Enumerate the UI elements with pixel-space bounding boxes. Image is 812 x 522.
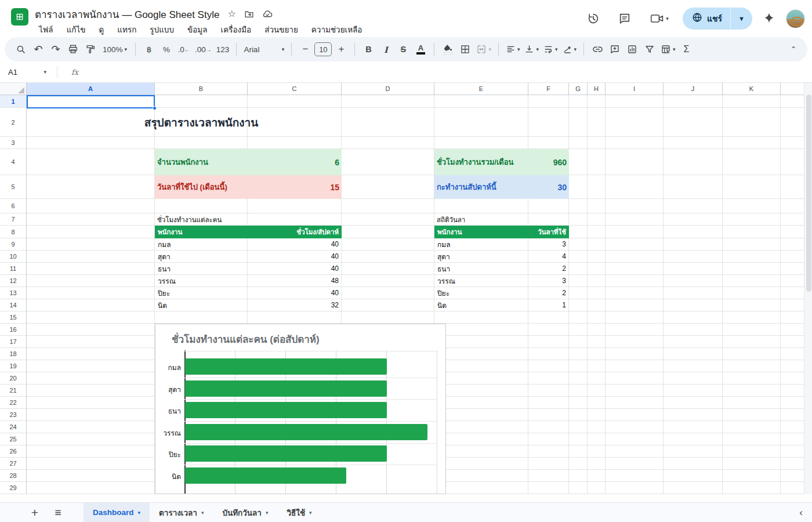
meet-video-icon[interactable]: ▾ xyxy=(644,7,675,30)
hours-row-value[interactable]: 48 xyxy=(248,275,342,287)
insert-chart-icon[interactable] xyxy=(624,41,640,57)
menu-extensions[interactable]: ส่วนขยาย xyxy=(260,22,302,37)
leave-table-body[interactable]: กมล3 สุดา4 ธนา2 วรรณ3 ปิยะ2 นิด1 xyxy=(434,238,569,311)
leave-header-employee[interactable]: พนักงาน xyxy=(434,226,528,238)
tab-caret-icon[interactable]: ▾ xyxy=(309,510,312,516)
row-header-5[interactable]: 5 xyxy=(0,175,27,199)
percent-format-button[interactable]: % xyxy=(158,41,175,57)
tab-timetable[interactable]: ตารางเวลา▾ xyxy=(150,503,213,522)
hours-table-body[interactable]: กมล40 สุดา40 ธนา40 วรรณ48 ปิยะ40 นิด32 xyxy=(155,238,342,311)
row-header-9[interactable]: 9 xyxy=(0,238,27,251)
menu-insert[interactable]: แทรก xyxy=(113,22,140,37)
hours-row-name[interactable]: สุดา xyxy=(155,251,248,263)
zoom-select[interactable]: 100%▾ xyxy=(101,41,129,57)
row-header-13[interactable]: 13 xyxy=(0,287,27,299)
tab-leave-log[interactable]: บันทึกวันลา▾ xyxy=(213,503,277,522)
side-panel-collapse-icon[interactable]: ‹ xyxy=(790,503,812,522)
card-total-hours-value[interactable]: 960 xyxy=(528,149,569,175)
star-icon[interactable]: ☆ xyxy=(227,9,235,19)
menu-format[interactable]: รูปแบบ xyxy=(146,22,178,37)
tab-howto[interactable]: วิธีใช้▾ xyxy=(277,503,321,522)
gemini-spark-icon[interactable] xyxy=(760,7,778,30)
functions-button[interactable]: Σ xyxy=(679,41,695,57)
leave-row-value[interactable]: 2 xyxy=(528,287,569,299)
row-header-7[interactable]: 7 xyxy=(0,213,27,226)
search-icon[interactable] xyxy=(13,41,29,57)
menu-data[interactable]: ข้อมูล xyxy=(183,22,212,37)
row-header-11[interactable]: 11 xyxy=(0,263,27,275)
merge-cells-button[interactable]: ▾ xyxy=(474,41,493,57)
hours-row-value[interactable]: 40 xyxy=(248,251,342,263)
leave-row-name[interactable]: นิด xyxy=(434,299,528,311)
redo-icon[interactable]: ↷ xyxy=(48,41,64,57)
column-header-D[interactable]: D xyxy=(342,83,434,95)
increase-decimal-button[interactable]: .00→ xyxy=(193,41,213,57)
row-header-10[interactable]: 10 xyxy=(0,251,27,263)
row-header-8[interactable]: 8 xyxy=(0,226,27,238)
vertical-align-button[interactable]: ▾ xyxy=(523,41,541,57)
share-button[interactable]: แชร์ ▼ xyxy=(683,8,752,30)
number-format-button[interactable]: 123 xyxy=(215,41,231,57)
toolbar-collapse-icon[interactable]: ⌃ xyxy=(785,41,802,57)
tab-caret-icon[interactable]: ▾ xyxy=(201,510,204,516)
row-header-27[interactable]: 27 xyxy=(0,458,27,470)
column-header-F[interactable]: F xyxy=(528,83,569,95)
row-header-28[interactable]: 28 xyxy=(0,470,27,482)
hours-row-value[interactable]: 32 xyxy=(248,299,342,311)
hours-row-name[interactable]: ปิยะ xyxy=(155,287,248,299)
comments-icon[interactable] xyxy=(613,7,636,30)
column-header-I[interactable]: I xyxy=(606,83,664,95)
decrease-decimal-button[interactable]: .0← xyxy=(176,41,192,57)
name-box[interactable]: A1 ▾ xyxy=(0,68,51,77)
print-icon[interactable] xyxy=(65,41,81,57)
hours-row-value[interactable]: 40 xyxy=(248,263,342,275)
row-header-16[interactable]: 16 xyxy=(0,324,27,336)
hours-row-name[interactable]: กมล xyxy=(155,238,248,251)
leave-row-value[interactable]: 3 xyxy=(528,238,569,251)
leave-row-value[interactable]: 1 xyxy=(528,299,569,311)
leave-header-days[interactable]: วันลาที่ใช้ xyxy=(528,226,569,238)
hours-header-hours[interactable]: ชั่วโมง/สัปดาห์ xyxy=(248,226,342,238)
decrease-font-size-button[interactable]: − xyxy=(297,41,313,57)
meet-caret-icon[interactable]: ▾ xyxy=(666,16,669,21)
hours-row-name[interactable]: วรรณ xyxy=(155,275,248,287)
leave-row-name[interactable]: ปิยะ xyxy=(434,287,528,299)
row-header-1[interactable]: 1 xyxy=(0,95,27,108)
select-all-corner[interactable] xyxy=(0,83,27,95)
strikethrough-button[interactable]: S xyxy=(395,41,411,57)
column-header-J[interactable]: J xyxy=(664,83,723,95)
currency-format-button[interactable]: ฿ xyxy=(141,41,157,57)
paint-format-icon[interactable] xyxy=(82,41,99,57)
row-header-25[interactable]: 25 xyxy=(0,433,27,445)
sheets-logo-icon[interactable] xyxy=(11,8,28,26)
text-color-button[interactable]: A xyxy=(412,41,429,57)
row-header-18[interactable]: 18 xyxy=(0,348,27,360)
menu-help[interactable]: ความช่วยเหลือ xyxy=(307,22,367,37)
hours-table-caption[interactable]: ชั่วโมงทำงานแต่ละคน xyxy=(155,213,271,226)
row-header-23[interactable]: 23 xyxy=(0,409,27,421)
tab-dashboard[interactable]: Dashboard▾ xyxy=(84,503,150,522)
tab-caret-icon[interactable]: ▾ xyxy=(138,510,141,516)
leave-row-name[interactable]: ธนา xyxy=(434,263,528,275)
row-header-19[interactable]: 19 xyxy=(0,360,27,372)
row-header-21[interactable]: 21 xyxy=(0,385,27,397)
bold-button[interactable]: B xyxy=(360,41,376,57)
borders-button[interactable] xyxy=(457,41,473,57)
card-shifts-week-label[interactable]: กะทำงานสัปดาห์นี้ xyxy=(434,175,528,199)
card-leave-days-label[interactable]: วันลาที่ใช้ไป (เดือนนี้) xyxy=(155,175,248,199)
table-tools-button[interactable]: ▾ xyxy=(659,41,677,57)
tab-caret-icon[interactable]: ▾ xyxy=(266,510,269,516)
menu-tools[interactable]: เครื่องมือ xyxy=(217,22,256,37)
column-header-C[interactable]: C xyxy=(248,83,342,95)
name-box-caret-icon[interactable]: ▾ xyxy=(44,69,46,75)
create-filter-icon[interactable] xyxy=(641,41,658,57)
add-sheet-icon[interactable]: + xyxy=(23,503,46,522)
leave-table-caption[interactable]: สถิติวันลา xyxy=(434,213,528,226)
row-header-26[interactable]: 26 xyxy=(0,445,27,458)
selection-fill-handle[interactable] xyxy=(153,106,157,110)
leave-row-name[interactable]: กมล xyxy=(434,238,528,251)
horizontal-align-button[interactable]: ▾ xyxy=(504,41,522,57)
document-title[interactable]: ตารางเวลาพนักงาน — Google Sheet Style xyxy=(35,6,219,22)
row-header-29[interactable]: 29 xyxy=(0,482,27,494)
card-total-hours-label[interactable]: ชั่วโมงทำงานรวม/เดือน xyxy=(434,149,528,175)
